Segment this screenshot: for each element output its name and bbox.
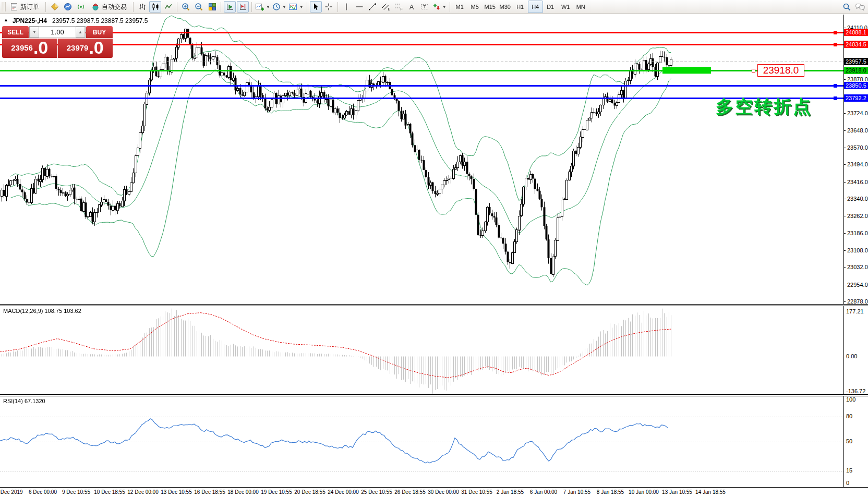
price-tick-label: 23570.0 [847, 144, 868, 151]
price-level-chip: 24088.1 [844, 29, 868, 36]
market-button[interactable] [62, 1, 74, 13]
timeframe-m5[interactable]: M5 [467, 1, 483, 13]
favorites-button[interactable] [49, 1, 61, 13]
candlestick-chart-button[interactable] [149, 1, 161, 13]
tile-windows-icon [208, 3, 216, 11]
toolbar: 新订单 自动交易 ▼ [0, 0, 868, 14]
timeframe-d1[interactable]: D1 [543, 1, 558, 13]
panel-divider-rsi[interactable] [0, 394, 868, 396]
periods-button[interactable]: ▼ [272, 1, 287, 13]
toolbar-separator [337, 2, 338, 12]
horizontal-line-button[interactable] [354, 1, 366, 13]
channel-icon: E [381, 3, 390, 11]
text-label-button[interactable]: T [419, 1, 431, 13]
price-tick-label: 23648.0 [847, 127, 868, 134]
toolbar-separator [221, 2, 221, 12]
price-tick-mark [843, 148, 846, 148]
price-tick-mark [843, 164, 846, 165]
buy-price-panel[interactable]: 23979 .0 [58, 39, 113, 58]
toolbar-separator [307, 2, 307, 12]
panel-divider-macd[interactable] [0, 304, 868, 306]
date-axis-label: 18 Dec 00:00 [227, 489, 259, 495]
price-tick-label: 23724.0 [847, 110, 868, 116]
macd-axis-label: 177.21 [846, 308, 864, 314]
timeframe-h4[interactable]: H4 [528, 1, 543, 13]
sell-button[interactable]: SELL [2, 26, 29, 38]
fibonacci-button[interactable]: F [393, 1, 405, 13]
date-axis-label: 20 Dec 18:55 [294, 489, 326, 495]
search-button[interactable] [841, 1, 853, 13]
diamond-icon [51, 3, 59, 11]
tile-windows-button[interactable] [206, 1, 218, 13]
auto-scroll-button[interactable] [224, 1, 236, 13]
ohlc-values: 23957.5 23987.5 23887.5 23957.5 [52, 17, 148, 25]
timeframe-w1[interactable]: W1 [558, 1, 573, 13]
trendline-button[interactable] [367, 1, 379, 13]
price-tick-mark [843, 182, 846, 183]
price-tick-mark [843, 216, 846, 216]
cursor-button[interactable] [310, 1, 322, 13]
equidistant-channel-button[interactable]: E [380, 1, 392, 13]
price-tick-label: 23032.0 [847, 264, 868, 270]
volume-increase-button[interactable]: ▲ [76, 27, 85, 38]
price-flag-label[interactable]: 23918.0 [757, 64, 804, 77]
chart-shift-button[interactable] [237, 1, 249, 13]
price-level-chip: 23918.0 [844, 67, 868, 74]
sell-price-panel[interactable]: 23956 .0 [2, 39, 57, 58]
collapse-trade-panel-icon[interactable]: ▲ [4, 17, 8, 25]
indicators-button[interactable]: ▼ [288, 1, 304, 13]
arrows-icon [432, 3, 441, 11]
macd-panel-canvas[interactable] [0, 306, 843, 394]
price-level-chip: 23957.5 [844, 58, 868, 65]
candlestick-chart-icon [151, 3, 160, 11]
rsi-indicator-label: RSI(14) 67.1320 [3, 398, 45, 404]
horizontal-line-icon [355, 3, 364, 11]
timeframe-h1[interactable]: H1 [513, 1, 528, 13]
cursor-icon [311, 3, 320, 11]
timeframe-m15[interactable]: M15 [483, 1, 498, 13]
date-axis-label: 9 Dec 10:55 [62, 489, 90, 495]
volume-value[interactable]: 1.00 [39, 27, 76, 38]
price-tick-mark [843, 79, 846, 80]
turning-point-annotation[interactable]: 多空转折点 [716, 95, 812, 119]
timeframe-mn[interactable]: MN [573, 1, 588, 13]
price-tick-mark [843, 130, 846, 131]
toolbar-separator [45, 2, 46, 12]
text-button[interactable]: A [406, 1, 418, 13]
rsi-axis-label: 50 [846, 438, 852, 444]
zoom-out-button[interactable] [193, 1, 205, 13]
new-chart-icon [255, 3, 264, 11]
buy-button[interactable]: BUY [86, 26, 113, 38]
dropdown-caret: ▼ [282, 5, 286, 9]
timeframe-m1[interactable]: M1 [452, 1, 467, 13]
toolbar-separator [133, 2, 134, 12]
main-chart-canvas[interactable] [0, 15, 843, 304]
new-order-label: 新订单 [20, 3, 39, 11]
price-tick-mark [843, 301, 846, 302]
rsi-panel-canvas[interactable] [0, 396, 843, 487]
zoom-in-button[interactable] [180, 1, 192, 13]
date-axis-label: 12 Dec 00:00 [127, 489, 159, 495]
auto-trading-button[interactable]: 自动交易 [88, 1, 130, 13]
arrows-button[interactable]: ▼ [432, 1, 447, 13]
date-axis-label: 24 Dec 00:00 [328, 489, 359, 495]
signal-icon [77, 3, 85, 11]
indicators-icon [288, 3, 298, 11]
crosshair-button[interactable] [323, 1, 335, 13]
vertical-line-button[interactable] [341, 1, 353, 13]
date-axis[interactable]: 4 Dec 20196 Dec 00:009 Dec 10:5510 Dec 1… [0, 487, 868, 497]
new-chart-button[interactable]: ▼ [255, 1, 271, 13]
one-click-trade-panel: SELL ▼ 1.00 ▲ BUY 23956 .0 23979 .0 [2, 26, 113, 58]
chat-button[interactable] [854, 1, 866, 13]
date-axis-label: 6 Dec 00:00 [29, 489, 57, 495]
timeframe-m30[interactable]: M30 [498, 1, 513, 13]
line-chart-icon [164, 3, 173, 11]
new-order-button[interactable]: 新订单 [6, 1, 43, 13]
bar-chart-button[interactable] [136, 1, 148, 13]
signals-button[interactable] [75, 1, 87, 13]
text-label-icon: T [420, 3, 429, 11]
line-chart-button[interactable] [162, 1, 174, 13]
volume-decrease-button[interactable]: ▼ [30, 27, 39, 38]
date-axis-label: 14 Jan 18:55 [695, 489, 726, 495]
search-icon [842, 3, 851, 11]
